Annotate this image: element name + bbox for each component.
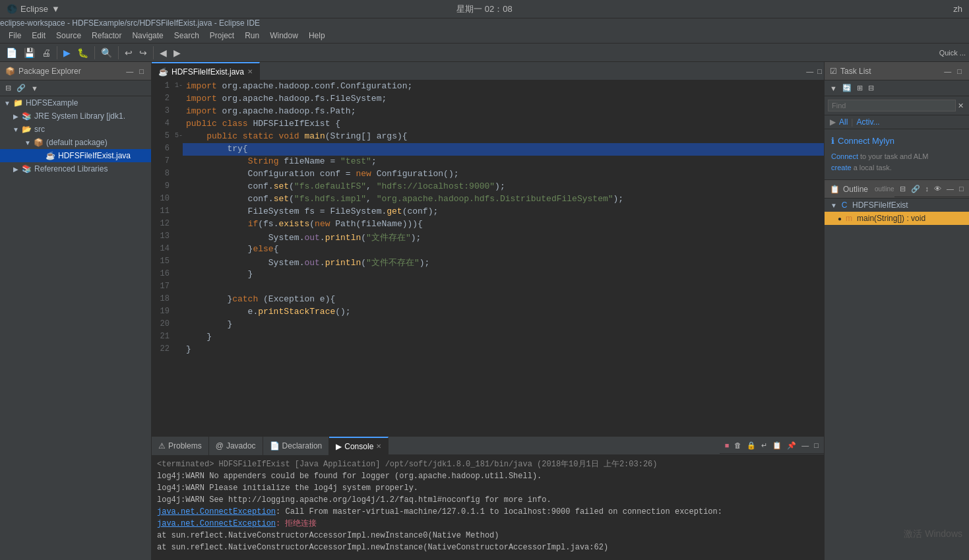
- code-line-1: 1 1- import org.apache.hadoop.conf.Confi…: [152, 80, 824, 93]
- connect-link[interactable]: Connect: [831, 152, 858, 160]
- referenced-libraries: Referenced Libraries: [34, 164, 108, 173]
- right-panel: ☑ Task List — □ ▼ 🔄 ⊞ ⊟ ✕ ▶ All: [824, 62, 969, 560]
- problems-icon: ⚠: [158, 441, 166, 451]
- error-class-link[interactable]: java.net.ConnectException: [157, 507, 276, 516]
- editor-tabs: ☕ HDFSFileIfExist.java ✕ — □: [152, 62, 824, 80]
- outline-class-item[interactable]: ▼ C HDFSFileIfExist: [825, 199, 969, 212]
- next-button[interactable]: ▶: [171, 46, 183, 59]
- create-link[interactable]: create: [831, 164, 852, 171]
- code-line-2: 2 import org.apache.hadoop.fs.FileSystem…: [152, 93, 824, 106]
- code-editor[interactable]: 1 1- import org.apache.hadoop.conf.Confi…: [152, 80, 824, 436]
- console-label: Console: [344, 442, 373, 451]
- maximize-console-button[interactable]: □: [812, 441, 821, 450]
- tasklist-icon: ☑: [830, 67, 837, 76]
- maximize-outline-button[interactable]: □: [957, 184, 966, 193]
- collapse-all-button[interactable]: ⊟: [3, 83, 13, 93]
- prev-button[interactable]: ◀: [157, 46, 170, 59]
- tree-file[interactable]: ☕ HDFSFileIfExist.java: [0, 149, 151, 162]
- undo-button[interactable]: ↩: [122, 46, 135, 59]
- task-search-input[interactable]: [828, 100, 956, 111]
- console-icon: ▶: [336, 442, 342, 451]
- mylyn-desc2: a local task.: [852, 164, 892, 171]
- outline-method-item[interactable]: ● m main(String[]) : void: [825, 212, 969, 225]
- print-button[interactable]: 🖨: [39, 46, 53, 59]
- tab-declaration[interactable]: 📄 Declaration: [263, 437, 330, 455]
- console-tab-close[interactable]: ✕: [376, 443, 381, 450]
- search-button[interactable]: 🔍: [98, 46, 115, 59]
- tree-src[interactable]: ▼ 📂 src: [0, 123, 151, 136]
- minimize-console-button[interactable]: —: [799, 441, 811, 450]
- file-name: HDFSFileIfExist.java: [58, 151, 131, 160]
- maximize-editor-button[interactable]: □: [815, 67, 824, 76]
- pin-console-button[interactable]: 📌: [785, 441, 798, 451]
- console-log-1: log4j:WARN No appenders could be found f…: [157, 470, 819, 482]
- menu-project[interactable]: Project: [204, 30, 239, 42]
- menu-window[interactable]: Window: [265, 30, 303, 42]
- task-list-title: Task List: [840, 67, 871, 76]
- open-console-button[interactable]: 📋: [770, 441, 784, 451]
- minimize-panel-button[interactable]: —: [124, 67, 135, 76]
- menu-edit[interactable]: Edit: [26, 30, 51, 42]
- menu-search[interactable]: Search: [169, 30, 204, 42]
- active-filter-button[interactable]: Activ...: [856, 117, 879, 127]
- outline-header: 📋 Outline outline ⊟ 🔗 ↕ 👁 — □: [825, 180, 969, 199]
- app-name: 🌑 Eclipse ▼: [7, 4, 60, 14]
- task-search-clear-button[interactable]: ✕: [956, 101, 966, 111]
- menu-source[interactable]: Source: [51, 30, 86, 42]
- package-explorer-header: 📦 Package Explorer — □: [0, 62, 151, 80]
- run-button[interactable]: ▶: [61, 46, 73, 59]
- task-toolbar-btn-2[interactable]: 🔄: [840, 83, 854, 93]
- minimize-tasklist-button[interactable]: —: [942, 67, 953, 76]
- console-toolbar: ■ 🗑 🔒 ↵ 📋 📌 — □: [720, 438, 824, 454]
- tree-ref-libs[interactable]: ▶ 📚 Referenced Libraries: [0, 162, 151, 175]
- stop-console-button[interactable]: ■: [723, 441, 732, 450]
- task-toolbar-btn-4[interactable]: ⊟: [866, 83, 876, 93]
- code-line-9: 9 conf.set("fs.defaultFS", "hdfs://local…: [152, 181, 824, 193]
- menu-run[interactable]: Run: [239, 30, 265, 42]
- code-line-14: 14 }else{: [152, 243, 824, 256]
- outline-collapse-button[interactable]: ⊟: [898, 184, 908, 194]
- tab-problems[interactable]: ⚠ Problems: [152, 437, 209, 455]
- tree-default-pkg[interactable]: ▼ 📦 (default package): [0, 136, 151, 149]
- scroll-lock-button[interactable]: 🔒: [745, 441, 758, 451]
- editor-tab-main[interactable]: ☕ HDFSFileIfExist.java ✕: [152, 62, 260, 80]
- save-button[interactable]: 💾: [21, 46, 38, 59]
- menu-navigate[interactable]: Navigate: [127, 30, 168, 42]
- code-line-5: 5 5- public static void main(String[] ar…: [152, 131, 824, 143]
- jre-name: JRE System Library [jdk1.: [34, 111, 125, 121]
- outline-sort-button[interactable]: ↕: [923, 184, 931, 193]
- clear-console-button[interactable]: 🗑: [732, 441, 743, 450]
- link-editor-button[interactable]: 🔗: [15, 83, 28, 93]
- menu-help[interactable]: Help: [303, 30, 330, 42]
- task-toolbar-btn-3[interactable]: ⊞: [855, 83, 865, 93]
- src-icon: 📂: [21, 124, 32, 135]
- all-filter-button[interactable]: All: [839, 117, 848, 127]
- package-icon: 📦: [5, 67, 15, 76]
- tab-console[interactable]: ▶ Console ✕: [329, 437, 389, 455]
- mylyn-desc1: to your task and ALM: [858, 152, 928, 160]
- menu-refactor[interactable]: Refactor: [86, 30, 127, 42]
- tree-arrow-jre: ▶: [12, 112, 20, 120]
- dropdown-arrow[interactable]: ▼: [51, 4, 60, 14]
- tree-project[interactable]: ▼ 📁 HDFSExample: [0, 96, 151, 109]
- outline-hide-button[interactable]: 👁: [932, 184, 943, 193]
- tree-arrow-file: [36, 152, 44, 160]
- minimize-editor-button[interactable]: —: [804, 67, 815, 76]
- redo-button[interactable]: ↪: [137, 46, 150, 59]
- maximize-tasklist-button[interactable]: □: [955, 67, 964, 76]
- debug-button[interactable]: 🐛: [75, 46, 91, 59]
- tab-javadoc[interactable]: @ Javadoc: [209, 437, 263, 455]
- window-title-bar: eclipse-workspace - HDFSExample/src/HDFS…: [0, 18, 969, 28]
- task-toolbar-btn-1[interactable]: ▼: [828, 84, 839, 93]
- word-wrap-button[interactable]: ↵: [759, 441, 769, 451]
- maximize-panel-button[interactable]: □: [137, 67, 146, 76]
- tree-jre[interactable]: ▶ 📚 JRE System Library [jdk1.: [0, 109, 151, 123]
- explorer-menu-button[interactable]: ▼: [29, 84, 40, 93]
- menu-file[interactable]: File: [3, 30, 26, 42]
- tab-close-button[interactable]: ✕: [247, 68, 253, 75]
- new-button[interactable]: 📄: [3, 46, 20, 59]
- clock: 星期一 02：08: [456, 3, 513, 15]
- minimize-outline-button[interactable]: —: [945, 184, 956, 193]
- error-exception-link[interactable]: java.net.ConnectException: [157, 519, 276, 528]
- outline-sync-button[interactable]: 🔗: [909, 184, 922, 194]
